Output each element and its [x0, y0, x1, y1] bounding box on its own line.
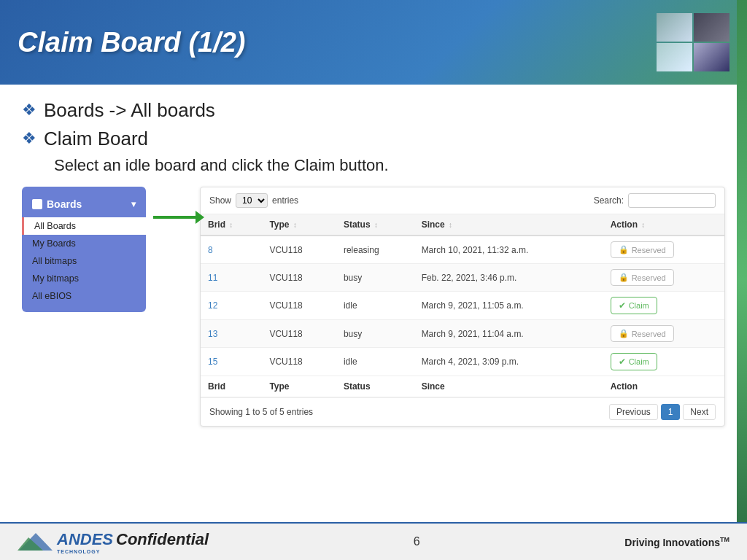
col-status: Status ↕: [336, 214, 414, 236]
cell-since: Feb. 22, 2021, 3:46 p.m.: [414, 264, 603, 292]
footer: ANDES Confidential TECHNOLOGY 6 Driving …: [0, 522, 747, 560]
cell-action: ✔Claim: [603, 292, 724, 320]
header-img-3: [657, 43, 692, 71]
reserved-button[interactable]: 🔒Reserved: [611, 269, 674, 286]
bullet-text-2: Claim Board: [44, 128, 148, 150]
reserved-button[interactable]: 🔒Reserved: [611, 325, 674, 342]
reserved-button[interactable]: 🔒Reserved: [611, 241, 674, 258]
table-bottom-bar: Showing 1 to 5 of 5 entries Previous 1 N…: [201, 397, 724, 426]
cell-type: VCU118: [262, 348, 336, 376]
demo-area: Boards ▾ All Boards My Boards All bitmap…: [22, 187, 725, 427]
cell-action: 🔒Reserved: [603, 320, 724, 348]
arrow-line: [153, 216, 197, 219]
header-images: [657, 13, 729, 71]
andes-logo: [18, 532, 54, 552]
sidebar-item-all-boards[interactable]: All Boards: [22, 217, 146, 235]
footer-type: Type: [262, 376, 336, 397]
footer-since: Since: [414, 376, 603, 397]
cell-since: March 4, 2021, 3:09 p.m.: [414, 348, 603, 376]
board-icon: [32, 199, 42, 209]
previous-button[interactable]: Previous: [609, 404, 658, 420]
table-top-bar: Show 10 25 50 entries Search:: [201, 187, 724, 214]
table-top-left: Show 10 25 50 entries: [209, 193, 298, 208]
sort-icon-since[interactable]: ↕: [449, 221, 452, 229]
table-top-right: Search:: [594, 193, 716, 208]
cell-brid: 11: [201, 264, 262, 292]
footer-status: Status: [336, 376, 414, 397]
header-img-1: [657, 13, 692, 42]
logo-andes-text: ANDES: [57, 532, 113, 548]
claim-button[interactable]: ✔Claim: [611, 297, 657, 314]
table-row: 8VCU118releasingMarch 10, 2021, 11:32 a.…: [201, 236, 724, 264]
entries-select[interactable]: 10 25 50: [236, 193, 268, 208]
col-brid: Brid ↕: [201, 214, 262, 236]
cell-status: busy: [336, 320, 414, 348]
brid-link[interactable]: 13: [208, 329, 217, 339]
cell-since: March 9, 2021, 11:04 a.m.: [414, 320, 603, 348]
claim-button[interactable]: ✔Claim: [611, 353, 657, 370]
brid-link[interactable]: 12: [208, 300, 217, 311]
entries-label: entries: [272, 195, 298, 206]
cell-status: busy: [336, 264, 414, 292]
sort-icon-status[interactable]: ↕: [374, 221, 378, 229]
cell-brid: 13: [201, 320, 262, 348]
slide-title: Claim Board (1/2): [18, 27, 246, 58]
logo-technology-text: TECHNOLOGY: [57, 549, 209, 554]
arrow-container: [153, 203, 197, 232]
table-row: 13VCU118busyMarch 9, 2021, 11:04 a.m.🔒Re…: [201, 320, 724, 348]
show-label: Show: [209, 195, 231, 206]
footer-tagline: Driving InnovationsTM: [624, 536, 729, 548]
sort-icon-type[interactable]: ↕: [293, 221, 297, 229]
cell-status: releasing: [336, 236, 414, 264]
cell-type: VCU118: [262, 264, 336, 292]
next-button[interactable]: Next: [683, 404, 716, 420]
cell-type: VCU118: [262, 292, 336, 320]
bullet-1: ❖ Boards -> All boards: [22, 99, 725, 122]
sidebar-header-label: Boards: [47, 198, 82, 210]
col-type: Type ↕: [262, 214, 336, 236]
cell-status: idle: [336, 348, 414, 376]
header-img-2: [694, 13, 729, 42]
page-number: 6: [414, 535, 420, 548]
diamond-icon-1: ❖: [22, 101, 36, 120]
col-action: Action ↕: [603, 214, 724, 236]
cell-brid: 15: [201, 348, 262, 376]
header-img-4: [694, 43, 729, 71]
cell-since: March 10, 2021, 11:32 a.m.: [414, 236, 603, 264]
table-row: 12VCU118idleMarch 9, 2021, 11:05 a.m.✔Cl…: [201, 292, 724, 320]
cell-action: 🔒Reserved: [603, 264, 724, 292]
cell-brid: 8: [201, 236, 262, 264]
sidebar: Boards ▾ All Boards My Boards All bitmap…: [22, 187, 146, 312]
cell-action: ✔Claim: [603, 348, 724, 376]
search-input[interactable]: [628, 193, 716, 208]
bullet-2: ❖ Claim Board: [22, 128, 725, 150]
chevron-down-icon: ▾: [131, 199, 136, 209]
bullet-text-1: Boards -> All boards: [44, 99, 215, 122]
table-header-row: Brid ↕ Type ↕ Status ↕ Since: [201, 214, 724, 236]
cell-brid: 12: [201, 292, 262, 320]
brid-link[interactable]: 15: [208, 357, 217, 367]
cell-type: VCU118: [262, 320, 336, 348]
brid-link[interactable]: 8: [208, 245, 213, 255]
sidebar-item-all-bitmaps[interactable]: All bitmaps: [22, 252, 146, 270]
pagination: Previous 1 Next: [609, 404, 716, 420]
main-content: ❖ Boards -> All boards ❖ Claim Board Sel…: [0, 85, 747, 434]
slide-header: Claim Board (1/2): [0, 0, 747, 85]
sidebar-item-my-bitmaps[interactable]: My bitmaps: [22, 270, 146, 287]
search-label: Search:: [594, 195, 624, 206]
logo-confidential-text: Confidential: [116, 530, 209, 549]
sort-icon-action[interactable]: ↕: [641, 221, 645, 229]
sidebar-item-all-ebios[interactable]: All eBIOS: [22, 287, 146, 305]
table-row: 11VCU118busyFeb. 22, 2021, 3:46 p.m.🔒Res…: [201, 264, 724, 292]
sort-icon-brid[interactable]: ↕: [229, 221, 233, 229]
footer-action: Action: [603, 376, 724, 397]
mountain-icon: [18, 532, 54, 552]
page-1-button[interactable]: 1: [661, 404, 681, 420]
table-footer-row: Brid Type Status Since Action: [201, 376, 724, 397]
table-row: 15VCU118idleMarch 4, 2021, 3:09 p.m.✔Cla…: [201, 348, 724, 376]
col-since: Since ↕: [414, 214, 603, 236]
sidebar-header: Boards ▾: [22, 194, 146, 214]
showing-label: Showing 1 to 5 of 5 entries: [209, 407, 313, 417]
brid-link[interactable]: 11: [208, 273, 217, 283]
sidebar-item-my-boards[interactable]: My Boards: [22, 235, 146, 252]
